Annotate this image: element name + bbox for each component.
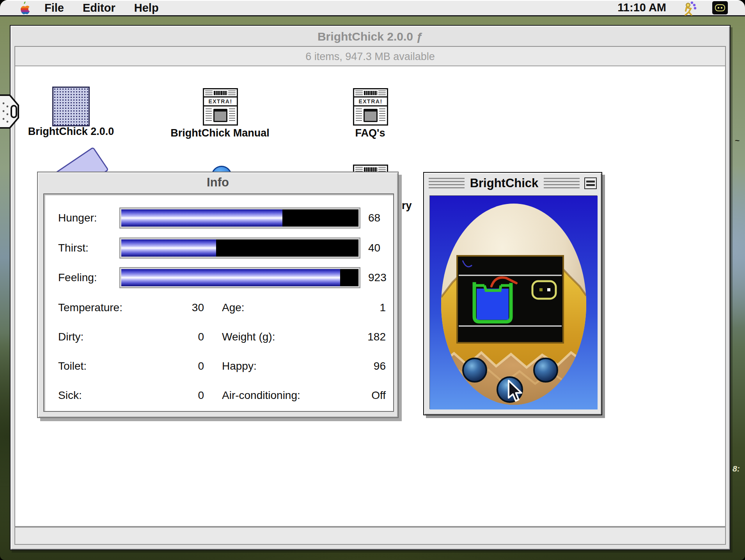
newspaper-photo bbox=[364, 109, 378, 122]
hunger-label: Hunger: bbox=[58, 212, 97, 224]
toilet-label: Toilet: bbox=[58, 360, 87, 372]
info-window: Info Hunger: 68 Thirst: 40 Feeling: bbox=[37, 172, 399, 418]
finder-status-bar: 6 items, 947.3 MB available bbox=[15, 47, 725, 66]
sick-value: 0 bbox=[161, 389, 204, 402]
titlebar-stripes bbox=[544, 178, 580, 189]
hunger-value: 68 bbox=[368, 212, 380, 224]
dirty-label: Dirty: bbox=[58, 331, 83, 343]
icon-label-brightchick-app[interactable]: BrightChick 2.0.0 bbox=[14, 126, 153, 138]
thirst-bar-fill bbox=[121, 239, 216, 257]
connector-tab-icon[interactable] bbox=[0, 94, 20, 129]
windowshade-button[interactable] bbox=[584, 177, 597, 189]
feeling-value: 923 bbox=[368, 271, 387, 284]
icon-label-faqs[interactable]: FAQ's bbox=[288, 127, 452, 139]
menu-items: File Editor Help bbox=[44, 0, 159, 16]
pet-screen bbox=[429, 195, 597, 409]
tamagotchi-graphic bbox=[430, 196, 598, 409]
newspaper-extra-text: EXTRA! bbox=[204, 97, 237, 106]
dirty-value: 0 bbox=[161, 331, 204, 343]
thirst-bar bbox=[119, 237, 360, 259]
newspaper-body bbox=[204, 106, 237, 124]
newspaper-masthead bbox=[204, 89, 237, 97]
menu-bar-right: 11:10 AM bbox=[617, 0, 745, 16]
info-panel: Hunger: 68 Thirst: 40 Feeling: 923 bbox=[43, 193, 394, 412]
pet-title-bar[interactable]: BrightChick bbox=[426, 174, 600, 192]
toilet-value: 0 bbox=[161, 360, 204, 372]
desktop-label-fragment-top: ~ bbox=[735, 136, 740, 145]
age-label: Age: bbox=[222, 301, 245, 314]
air-conditioning-value: Off bbox=[317, 389, 386, 402]
juggler-icon[interactable] bbox=[681, 0, 697, 16]
sick-label: Sick: bbox=[58, 389, 82, 402]
hunger-row: Hunger: 68 bbox=[44, 207, 393, 229]
menu-bar: File Editor Help 11:10 AM bbox=[0, 0, 745, 16]
info-window-title[interactable]: Info bbox=[38, 175, 398, 190]
stat-row-4: Sick: 0 Air-conditioning: Off bbox=[44, 389, 393, 402]
icon-faqs[interactable]: EXTRA! bbox=[353, 88, 388, 126]
stat-row-1: Temperature: 30 Age: 1 bbox=[44, 301, 393, 315]
hunger-bar bbox=[119, 207, 360, 229]
weight-value: 182 bbox=[317, 331, 386, 343]
stat-row-2: Dirty: 0 Weight (g): 182 bbox=[44, 331, 393, 344]
stat-row-3: Toilet: 0 Happy: 96 bbox=[44, 360, 393, 373]
titlebar-stripes bbox=[429, 178, 465, 189]
age-value: 1 bbox=[317, 301, 386, 314]
thirst-value: 40 bbox=[368, 242, 380, 254]
thirst-label: Thirst: bbox=[58, 242, 89, 254]
hunger-bar-fill bbox=[121, 209, 282, 227]
menu-file[interactable]: File bbox=[44, 0, 64, 16]
temperature-label: Temperature: bbox=[58, 301, 122, 314]
desktop: File Editor Help 11:10 AM BrightChick 2.… bbox=[0, 0, 745, 560]
pet-window-title: BrightChick bbox=[468, 176, 541, 190]
chick-face-icon bbox=[715, 4, 725, 11]
finder-title-bar[interactable]: BrightChick 2.0.0 ƒ bbox=[13, 27, 727, 45]
icon-label-brightchick-manual[interactable]: BrightChick Manual bbox=[138, 127, 302, 139]
feeling-bar bbox=[119, 267, 360, 288]
application-menu-icon[interactable] bbox=[712, 1, 728, 14]
temperature-value: 30 bbox=[161, 301, 204, 314]
newspaper-extra-text: EXTRA! bbox=[354, 97, 387, 106]
happy-label: Happy: bbox=[222, 360, 257, 372]
menu-editor[interactable]: Editor bbox=[83, 0, 115, 16]
pet-window: BrightChick bbox=[423, 172, 602, 415]
newspaper-masthead bbox=[354, 89, 387, 97]
mouse-cursor bbox=[507, 379, 523, 403]
pet-button-right[interactable] bbox=[534, 358, 557, 382]
weight-label: Weight (g): bbox=[222, 331, 275, 343]
finder-horizontal-scrollbar bbox=[14, 528, 726, 545]
thirst-row: Thirst: 40 bbox=[44, 237, 393, 259]
air-conditioning-label: Air-conditioning: bbox=[222, 389, 300, 402]
feeling-bar-fill bbox=[121, 269, 340, 286]
apple-menu[interactable] bbox=[18, 2, 30, 14]
happy-value: 96 bbox=[317, 360, 386, 372]
icon-label-fragment: ry bbox=[402, 200, 412, 212]
apple-logo-icon bbox=[18, 1, 30, 14]
finder-window-title: BrightChick 2.0.0 ƒ bbox=[318, 30, 423, 43]
feeling-row: Feeling: 923 bbox=[44, 267, 393, 288]
feeling-label: Feeling: bbox=[58, 271, 97, 284]
desktop-label-fragment-bottom: 8: bbox=[733, 464, 740, 473]
icon-brightchick-manual[interactable]: EXTRA! bbox=[203, 88, 238, 126]
menu-help[interactable]: Help bbox=[134, 0, 159, 16]
finder-item-count: 6 items, 947.3 MB available bbox=[305, 51, 435, 62]
newspaper-photo bbox=[213, 109, 227, 122]
newspaper-body bbox=[354, 106, 387, 124]
icon-brightchick-app[interactable] bbox=[52, 87, 90, 126]
menu-clock[interactable]: 11:10 AM bbox=[617, 1, 666, 14]
pet-button-left[interactable] bbox=[463, 358, 486, 382]
